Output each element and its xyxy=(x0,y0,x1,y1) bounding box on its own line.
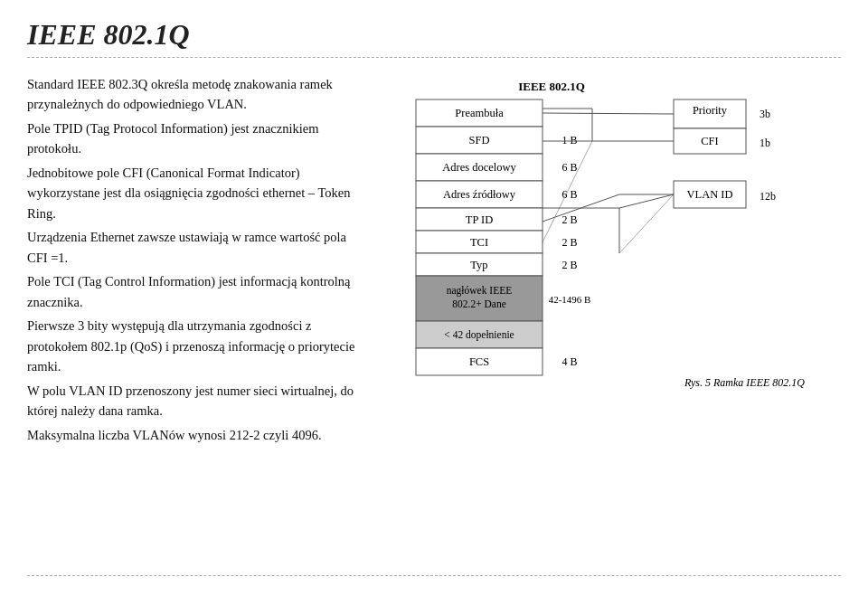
svg-text:TCI: TCI xyxy=(470,236,488,249)
svg-text:4 B: 4 B xyxy=(561,355,577,368)
diagram-wrapper: IEEE 802.1Q Preambuła SFD 1 B Adres doce… xyxy=(411,74,809,557)
svg-text:TP ID: TP ID xyxy=(466,213,493,226)
svg-text:< 42 dopełnienie: < 42 dopełnienie xyxy=(444,329,514,341)
svg-text:Adres źródłowy: Adres źródłowy xyxy=(443,188,516,201)
page-container: IEEE 802.1Q Standard IEEE 802.3Q określa… xyxy=(0,0,868,596)
paragraph-8: Maksymalna liczba VLANów wynosi 212-2 cz… xyxy=(27,425,362,445)
top-divider xyxy=(27,57,841,58)
paragraph-6: Pierwsze 3 bity występują dla utrzymania… xyxy=(27,316,362,376)
svg-text:nagłówek IEEE: nagłówek IEEE xyxy=(447,285,513,297)
content-row: Standard IEEE 802.3Q określa metodę znak… xyxy=(27,74,841,557)
svg-text:6 B: 6 B xyxy=(561,161,577,174)
svg-text:Rys. 5 Ramka IEEE 802.1Q: Rys. 5 Ramka IEEE 802.1Q xyxy=(684,376,805,389)
text-column: Standard IEEE 802.3Q określa metodę znak… xyxy=(27,74,362,449)
page-title: IEEE 802.1Q xyxy=(27,18,841,52)
frame-diagram: IEEE 802.1Q Preambuła SFD 1 B Adres doce… xyxy=(411,74,809,553)
svg-text:SFD: SFD xyxy=(469,134,490,147)
svg-text:Adres docelowy: Adres docelowy xyxy=(442,161,516,174)
svg-text:802.2+ Dane: 802.2+ Dane xyxy=(452,298,506,309)
svg-text:Priority: Priority xyxy=(693,104,728,117)
svg-text:12b: 12b xyxy=(760,190,776,203)
svg-text:CFI: CFI xyxy=(701,135,718,147)
svg-text:2 B: 2 B xyxy=(561,213,577,226)
svg-line-46 xyxy=(619,194,674,253)
svg-line-45 xyxy=(619,194,674,208)
paragraph-2: Pole TPID (Tag Protocol Information) jes… xyxy=(27,118,362,159)
paragraph-5: Pole TCI (Tag Control Information) jest … xyxy=(27,271,362,312)
svg-text:3b: 3b xyxy=(760,108,770,120)
diagram-title: IEEE 802.1Q xyxy=(518,80,585,93)
paragraph-1: Standard IEEE 802.3Q określa metodę znak… xyxy=(27,74,362,115)
svg-text:1 B: 1 B xyxy=(561,134,577,147)
svg-text:VLAN ID: VLAN ID xyxy=(686,188,732,201)
svg-line-41 xyxy=(542,113,674,114)
svg-text:6 B: 6 B xyxy=(561,188,577,201)
svg-text:2 B: 2 B xyxy=(561,259,577,271)
svg-text:Preambuła: Preambuła xyxy=(455,107,504,119)
paragraph-4: Urządzenia Ethernet zawsze ustawiają w r… xyxy=(27,227,362,268)
diagram-column: IEEE 802.1Q Preambuła SFD 1 B Adres doce… xyxy=(380,74,841,557)
svg-text:2 B: 2 B xyxy=(561,236,577,249)
svg-text:Typ: Typ xyxy=(470,259,487,271)
svg-text:1b: 1b xyxy=(760,137,770,149)
svg-line-40 xyxy=(542,141,592,242)
bottom-divider xyxy=(27,575,841,576)
svg-text:FCS: FCS xyxy=(469,355,489,368)
paragraph-3: Jednobitowe pole CFI (Canonical Format I… xyxy=(27,163,362,223)
paragraph-7: W polu VLAN ID przenoszony jest numer si… xyxy=(27,381,362,421)
svg-text:42-1496 B: 42-1496 B xyxy=(549,294,591,305)
